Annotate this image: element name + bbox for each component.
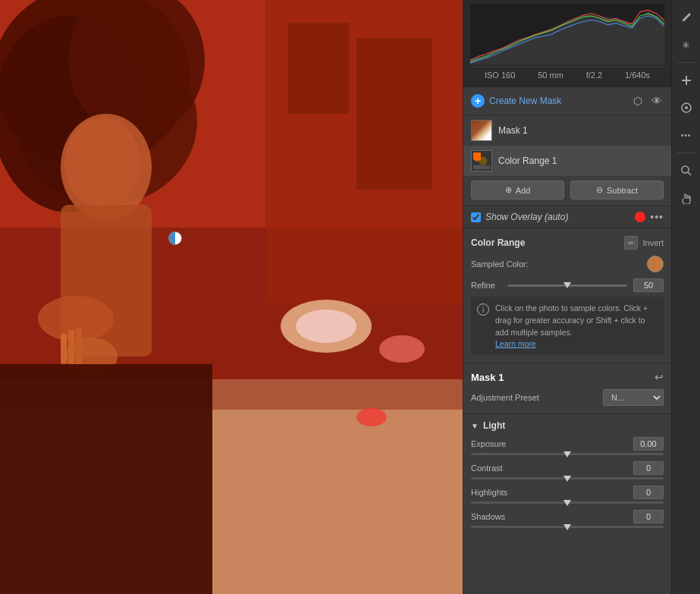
photo-canvas[interactable] <box>0 0 463 594</box>
shadows-property: Shadows <box>471 510 664 528</box>
light-section-header[interactable]: ▼ Light <box>471 420 664 431</box>
color-range-section: Color Range ✏ Invert Sampled Color: Refi… <box>463 228 671 363</box>
exposure-value[interactable] <box>633 437 664 451</box>
sampled-color-swatch[interactable] <box>647 256 664 272</box>
highlights-slider[interactable] <box>471 501 664 504</box>
mask-options-icon[interactable]: ⬡ <box>632 93 644 108</box>
histogram-area: ISO 160 50 mm f/2.2 1/640s <box>463 0 671 87</box>
pencil-tool-icon[interactable] <box>675 6 698 29</box>
svg-point-35 <box>685 106 688 109</box>
exposure-slider[interactable] <box>471 453 664 455</box>
create-mask-label: Create New Mask <box>489 96 561 106</box>
svg-rect-30 <box>473 165 490 170</box>
add-label: Add <box>516 186 531 195</box>
photo-svg <box>0 0 463 594</box>
undo-icon[interactable]: ↩ <box>654 371 664 383</box>
invert-area: ✏ Invert <box>624 236 664 250</box>
info-icon: i <box>477 303 489 316</box>
contrast-slider[interactable] <box>471 477 664 479</box>
add-button[interactable]: ⊕ Add <box>471 181 564 200</box>
info-content: Click on the photo to sample colors. Cli… <box>495 303 658 349</box>
subtract-button[interactable]: ⊖ Subtract <box>570 181 664 200</box>
plus-icon: + <box>471 94 485 108</box>
shutter-speed: 1/640s <box>625 71 650 80</box>
create-new-mask-button[interactable]: + Create New Mask <box>471 94 561 108</box>
contrast-property: Contrast <box>471 461 664 479</box>
overlay-color-dot[interactable] <box>635 212 645 222</box>
subtract-icon: ⊖ <box>596 185 603 195</box>
preset-row: Adjustment Preset N... None Custom <box>471 389 664 406</box>
exposure-property: Exposure <box>471 437 664 455</box>
masks-header: + Create New Mask ⬡ 👁 <box>463 87 671 115</box>
learn-more-link[interactable]: Learn more <box>495 339 536 348</box>
refine-row: Refine <box>471 278 664 292</box>
light-chevron-icon: ▼ <box>471 422 479 430</box>
show-overlay-checkbox[interactable] <box>471 212 481 222</box>
circle-tool-icon[interactable] <box>675 96 698 119</box>
shadows-thumb <box>563 524 571 530</box>
overlay-section: Show Overlay (auto) ••• <box>463 206 671 228</box>
info-text: Click on the photo to sample colors. Cli… <box>495 303 648 337</box>
overlay-label[interactable]: Show Overlay (auto) <box>485 212 630 222</box>
color-range1-item[interactable]: Color Range 1 <box>463 146 671 176</box>
plus-tool-icon[interactable] <box>675 69 698 92</box>
mask1-label: Mask 1 <box>498 125 664 136</box>
overlay-more-options[interactable]: ••• <box>650 211 664 223</box>
exposure-thumb <box>563 451 571 457</box>
highlights-label: Highlights <box>471 488 507 497</box>
scroll-content[interactable]: Color Range ✏ Invert Sampled Color: Refi… <box>463 228 671 594</box>
contrast-label: Contrast <box>471 464 503 473</box>
mask1-section-header: Mask 1 ↩ <box>471 371 664 383</box>
highlights-row: Highlights <box>471 486 664 499</box>
right-panel: ISO 160 50 mm f/2.2 1/640s + Create New … <box>463 0 671 594</box>
photo-background <box>0 0 463 594</box>
shadows-row: Shadows <box>471 510 664 523</box>
contrast-thumb <box>563 476 571 482</box>
exposure-row: Exposure <box>471 437 664 451</box>
contrast-row: Contrast <box>471 461 664 475</box>
svg-rect-24 <box>0 0 463 594</box>
adjustment-preset-label: Adjustment Preset <box>471 393 539 402</box>
svg-line-37 <box>688 172 691 175</box>
refine-value-input[interactable] <box>633 278 664 292</box>
refine-slider[interactable] <box>507 279 627 291</box>
highlights-value[interactable] <box>633 486 664 499</box>
asterisk-tool-icon[interactable]: ✳ <box>675 33 698 56</box>
shadows-label: Shadows <box>471 512 505 521</box>
svg-text:✳: ✳ <box>682 39 690 51</box>
svg-point-36 <box>682 166 689 173</box>
edit-pencil-icon[interactable]: ✏ <box>624 236 638 250</box>
mask1-section: Mask 1 ↩ Adjustment Preset N... None Cus… <box>463 363 671 414</box>
zoom-tool-icon[interactable] <box>675 159 698 182</box>
more-options-icon[interactable]: ••• <box>675 124 698 146</box>
sampled-color-row: Sampled Color: <box>471 256 664 272</box>
invert-button[interactable]: Invert <box>642 238 664 247</box>
mask-actions: ⊕ Add ⊖ Subtract <box>463 176 671 206</box>
highlights-thumb <box>563 500 571 506</box>
contrast-value[interactable] <box>633 461 664 475</box>
shadows-slider[interactable] <box>471 526 664 528</box>
iso-value: ISO 160 <box>485 71 515 80</box>
color-range-title: Color Range <box>471 237 525 248</box>
shadows-value[interactable] <box>633 510 664 523</box>
far-right-toolbar: ✳ ••• <box>671 0 700 594</box>
color-range1-label: Color Range 1 <box>498 156 664 166</box>
toolbar-divider-2 <box>677 152 695 153</box>
focal-length: 50 mm <box>538 71 563 80</box>
refine-label: Refine <box>471 281 501 290</box>
svg-point-29 <box>479 156 487 165</box>
color-range1-thumbnail <box>471 150 492 171</box>
add-icon: ⊕ <box>505 185 512 195</box>
subtract-label: Subtract <box>607 186 638 195</box>
mask1-item[interactable]: Mask 1 <box>463 115 671 146</box>
highlights-property: Highlights <box>471 486 664 504</box>
refine-track <box>507 284 627 287</box>
adjustment-preset-select[interactable]: N... None Custom <box>603 389 664 406</box>
camera-info: ISO 160 50 mm f/2.2 1/640s <box>467 67 667 83</box>
exposure-label: Exposure <box>471 439 506 448</box>
mask-visibility-icon[interactable]: 👁 <box>650 93 664 108</box>
hand-tool-icon[interactable] <box>675 187 698 209</box>
histogram-chart <box>467 4 667 64</box>
info-box: i Click on the photo to sample colors. C… <box>471 297 664 355</box>
aperture: f/2.2 <box>586 71 602 80</box>
